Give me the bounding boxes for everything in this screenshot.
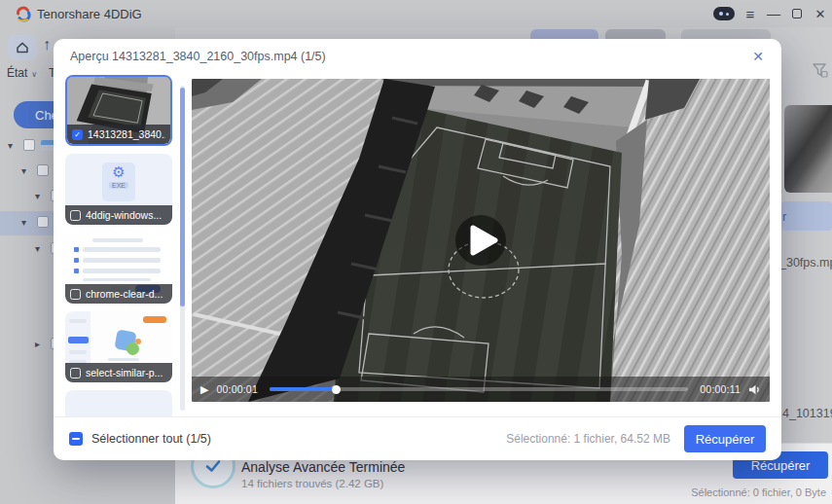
tree-checkbox[interactable] [37,164,49,176]
home-button[interactable] [8,35,37,60]
caret-down-icon[interactable]: ▾ [21,217,31,228]
thumbnail-video[interactable]: ✓ 14313281_3840... [65,75,172,146]
background-filename2-partial: 4_101319: [782,407,832,420]
modal-title: Aperçu 14313281_3840_2160_30fps.mp4 (1/5… [70,50,326,63]
thumb-checkbox-3[interactable] [70,368,81,378]
thumbnail-filename: select-similar-p... [86,367,163,378]
thumbnail-label-bar: chrome-clear-d... [65,284,172,304]
caret-down-icon[interactable]: ▾ [35,191,45,201]
home-icon [15,40,30,55]
scan-status-subtitle: 14 fichiers trouvés (2.42 GB) [241,478,383,489]
tree-checkbox[interactable] [37,216,49,228]
thumbnail-chrome-screenshot[interactable]: chrome-clear-d... [65,233,172,304]
gear-icon: ⚙ [112,162,125,182]
caret-down-icon[interactable]: ▾ [35,243,45,254]
video-preview[interactable]: ▶ 00:00:01 00:00:11 [192,79,770,402]
tree-checkbox[interactable] [23,139,35,151]
select-all-label: Sélectionner tout (1/5) [91,432,211,446]
maximize-button[interactable] [786,0,808,27]
filter-funnel-icon[interactable] [812,62,829,80]
minus-icon [72,438,80,440]
thumbnail-exe[interactable]: ⚙ EXE 4ddig-windows... [65,154,172,225]
chevron-down-icon: ∨ [31,70,37,79]
modal-recover-button[interactable]: Récupérer [684,425,766,452]
total-time: 00:00:11 [700,383,741,395]
background-selected-info: Sélectionné: 0 fichier, 0 Byte [691,486,826,498]
etat-filter-dropdown[interactable]: État∨ [7,66,37,80]
scrollbar-thumb[interactable] [180,88,185,306]
drive-icon [41,140,54,151]
background-filename-partial: _30fps.mp [779,256,832,270]
modal-close-icon[interactable]: ✕ [748,47,768,66]
caret-right-icon[interactable]: ▸ [35,339,45,349]
thumbnail-list: ✓ 14313281_3840... ⚙ EXE 4ddig-windows..… [65,70,184,416]
caret-down-icon[interactable]: ▾ [8,140,18,151]
thumb-checkbox-1[interactable] [70,210,81,221]
progress-knob[interactable] [332,385,341,394]
video-controls-bar: ▶ 00:00:01 00:00:11 [192,377,770,402]
thumbnail-filename: chrome-clear-d... [86,288,163,300]
thumbnail-filename: 14313281_3840... [88,128,165,140]
thumbnail-label-bar: ✓ 14313281_3840... [67,125,170,144]
progress-fill [270,387,337,391]
scan-status-title: Analyse Avancée Terminée [241,459,405,475]
menu-icon[interactable]: ≡ [740,0,761,27]
app-title: Tenorshare 4DDiG [37,7,142,21]
thumbnail-partial[interactable] [65,390,172,416]
background-file-thumbnail-partial[interactable] [784,105,832,193]
thumbnail-filename: 4ddig-windows... [86,209,162,221]
thumbnail-scrollbar[interactable] [180,86,185,411]
modal-footer: Sélectionner tout (1/5) Sélectionné: 1 f… [54,416,781,460]
exe-file-icon: ⚙ EXE [102,162,135,201]
volume-icon[interactable] [748,383,761,396]
current-time: 00:00:01 [216,383,257,395]
selected-info: Sélectionné: 1 fichier, 64.52 MB [506,432,670,446]
thumbnail-label-bar: select-similar-p... [65,363,172,382]
thumb-checkbox-2[interactable] [70,289,81,300]
thumb-checkbox-0[interactable]: ✓ [72,129,83,140]
progress-track[interactable] [270,387,688,391]
exe-badge: EXE [109,182,128,189]
window-close-button[interactable]: ✕ [810,0,831,27]
app-logo-icon [15,5,32,22]
titlebar: Tenorshare 4DDiG ≡ — ✕ [0,0,832,27]
caret-down-icon[interactable]: ▾ [21,165,31,176]
minimize-button[interactable]: — [763,0,784,27]
thumbnail-label-bar: 4ddig-windows... [65,205,172,225]
ai-assistant-icon [713,7,735,20]
thumbnail-select-similar-screenshot[interactable]: select-similar-p... [65,311,172,382]
ai-assistant-button[interactable] [711,0,737,27]
up-arrow-icon[interactable]: ↑ [43,36,51,54]
select-all-checkbox[interactable] [69,432,83,446]
maximize-icon [792,9,802,18]
background-recover-light-button-partial[interactable]: r [781,201,832,231]
play-button[interactable]: ▶ [200,383,208,396]
app-window: Tenorshare 4DDiG ≡ — ✕ ↑ État∨ T Cher ▾ … [0,0,832,504]
preview-modal: Aperçu 14313281_3840_2160_30fps.mp4 (1/5… [54,39,781,460]
stadium-video-frame [192,79,770,402]
